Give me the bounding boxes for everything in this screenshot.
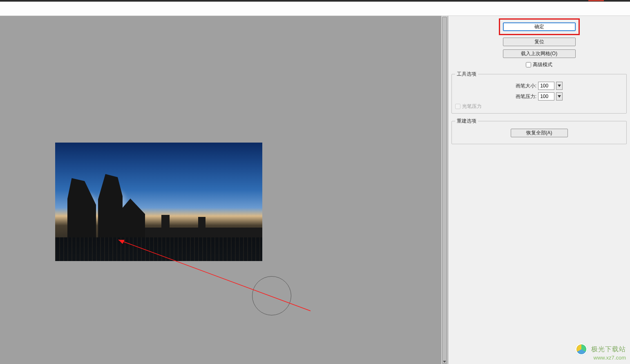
load-last-mesh-button[interactable]: 载入上次网格(O) [503, 49, 576, 58]
svg-marker-3 [558, 95, 561, 98]
window-close-hint [588, 0, 604, 1]
canvas-region[interactable] [0, 16, 448, 364]
main-area: 确定 复位 载入上次网格(O) 高级模式 工具选项 画笔大小: 画笔压力: [0, 16, 630, 364]
brush-pressure-input[interactable] [538, 92, 554, 100]
skyline-silhouette [145, 221, 262, 237]
title-bar [0, 0, 630, 2]
brush-pressure-dropdown[interactable] [556, 92, 563, 100]
rebuild-options-group: 重建选项 恢复全部(A) [451, 118, 627, 144]
menu-bar [0, 2, 630, 16]
advanced-mode-label: 高级模式 [533, 61, 552, 68]
watermark-text: 极光下载站 [591, 345, 626, 354]
rebuild-options-legend: 重建选项 [455, 118, 478, 125]
annotation-highlight: 确定 [499, 18, 580, 35]
building-silhouette [67, 178, 96, 237]
tool-options-group: 工具选项 画笔大小: 画笔压力: 光笔压力 [451, 71, 627, 114]
watermark-url: www.xz7.com [575, 355, 626, 361]
reset-button[interactable]: 复位 [503, 38, 576, 46]
stylus-pressure-row: 光笔压力 [455, 103, 623, 110]
brush-size-dropdown[interactable] [556, 82, 563, 90]
canvas-image[interactable] [55, 143, 262, 261]
chevron-down-icon [558, 95, 561, 98]
scrollbar-thumb[interactable] [442, 17, 447, 364]
chevron-down-icon [558, 85, 561, 87]
tool-options-legend: 工具选项 [455, 71, 478, 78]
stylus-pressure-label: 光笔压力 [462, 103, 482, 110]
brush-size-label: 画笔大小: [516, 83, 536, 89]
brush-cursor [252, 276, 291, 315]
brush-size-input[interactable] [538, 82, 554, 90]
advanced-mode-checkbox[interactable] [526, 62, 531, 67]
brush-size-row: 画笔大小: [455, 82, 623, 90]
ok-button[interactable]: 确定 [503, 22, 576, 31]
advanced-mode-row: 高级模式 [451, 61, 627, 68]
brush-pressure-label: 画笔压力: [516, 93, 536, 100]
brush-pressure-row: 画笔压力: [455, 92, 623, 100]
building-silhouette [98, 174, 123, 237]
options-panel: 确定 复位 载入上次网格(O) 高级模式 工具选项 画笔大小: 画笔压力: [448, 16, 630, 364]
stylus-pressure-checkbox [455, 104, 460, 109]
watermark: 极光下载站 www.xz7.com [575, 343, 626, 361]
vertical-scrollbar[interactable] [441, 16, 448, 364]
svg-marker-2 [558, 85, 561, 87]
water-reflection [55, 237, 262, 261]
watermark-logo-icon [575, 343, 588, 355]
restore-all-button[interactable]: 恢复全部(A) [511, 129, 568, 137]
scroll-down-icon[interactable] [443, 361, 446, 363]
